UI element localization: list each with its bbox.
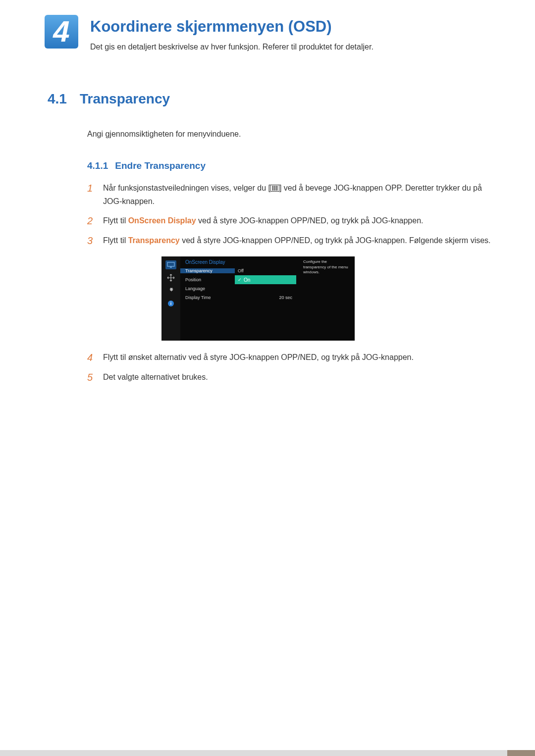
osd-row-position: Position ✓ On	[180, 275, 300, 284]
osd-help-description: Configure the transparency of the menu w…	[300, 256, 355, 341]
osd-option-on-label: On	[244, 277, 250, 283]
osd-label: Transparency	[180, 268, 235, 273]
chapter-header: 4 Koordinere skjermmenyen (OSD) Det gis …	[45, 15, 500, 51]
osd-label: Position	[180, 277, 235, 282]
section-title: Transparency	[80, 91, 170, 107]
gear-icon	[165, 286, 176, 295]
osd-label: Language	[180, 286, 235, 291]
step-text: Det valgte alternativet brukes.	[103, 370, 500, 384]
osd-row-language: Language	[180, 284, 300, 293]
step-text-part: Flytt til	[103, 216, 128, 225]
subsection-title: Endre Transparency	[115, 160, 206, 171]
step-number: 1	[87, 181, 95, 208]
step-text: Når funksjonstastveiledningen vises, vel…	[103, 181, 500, 208]
osd-value-time: 20 sec	[235, 295, 299, 300]
move-icon	[165, 273, 176, 282]
step-5: 5 Det valgte alternativet brukes.	[87, 370, 500, 384]
check-icon: ✓	[238, 277, 242, 282]
footer-chapter-label: 4 Koordinere skjermmenyen (OSD)	[368, 750, 507, 756]
section-description: Angi gjennomsiktigheten for menyvinduene…	[87, 130, 500, 139]
step-number: 2	[87, 214, 95, 228]
steps-list: 1 Når funksjonstastveiledningen vises, v…	[87, 181, 500, 248]
osd-main-panel: OnScreen Display Transparency Off Positi…	[180, 256, 300, 341]
osd-row-display-time: Display Time 20 sec	[180, 293, 300, 302]
steps-list-cont: 4 Flytt til ønsket alternativ ved å styr…	[87, 351, 500, 384]
step-text: Flytt til ønsket alternativ ved å styre …	[103, 351, 500, 364]
osd-option-on-selected: ✓ On	[235, 275, 296, 284]
chapter-title: Koordinere skjermmenyen (OSD)	[90, 18, 374, 36]
osd-screenshot: i OnScreen Display Transparency Off Posi…	[161, 256, 355, 341]
svg-rect-1	[170, 267, 172, 268]
info-icon: i	[165, 299, 176, 308]
osd-label: Display Time	[180, 295, 235, 300]
step-number: 5	[87, 370, 95, 384]
chapter-number-badge: 4	[45, 15, 78, 49]
keyword-transparency: Transparency	[128, 236, 180, 245]
step-text-part: ved å styre JOG-knappen OPP/NED, og tryk…	[180, 236, 491, 245]
monitor-icon	[165, 260, 176, 269]
page-footer: 4 Koordinere skjermmenyen (OSD) 55	[0, 750, 535, 756]
step-4: 4 Flytt til ønsket alternativ ved å styr…	[87, 351, 500, 364]
step-1: 1 Når funksjonstastveiledningen vises, v…	[87, 181, 500, 208]
svg-text:i: i	[170, 301, 172, 306]
step-text-part: ved å styre JOG-knappen OPP/NED, og tryk…	[196, 216, 424, 225]
step-2: 2 Flytt til OnScreen Display ved å styre…	[87, 214, 500, 228]
section-number: 4.1	[48, 91, 67, 107]
footer-page-number: 55	[507, 750, 535, 756]
step-text: Flytt til Transparency ved å styre JOG-k…	[103, 234, 500, 248]
subsection-heading: 4.1.1 Endre Transparency	[87, 160, 500, 171]
step-text-part: Når funksjonstastveiledningen vises, vel…	[103, 184, 270, 192]
svg-rect-0	[167, 262, 174, 266]
section-heading: 4.1 Transparency	[48, 91, 500, 107]
menu-icon	[270, 185, 279, 192]
osd-option-off: Off	[235, 268, 296, 273]
chapter-description: Det gis en detaljert beskrivelse av hver…	[90, 43, 374, 51]
step-3: 3 Flytt til Transparency ved å styre JOG…	[87, 234, 500, 248]
step-text: Flytt til OnScreen Display ved å styre J…	[103, 214, 500, 228]
keyword-onscreen-display: OnScreen Display	[128, 216, 196, 225]
osd-row-transparency: Transparency Off	[180, 266, 300, 275]
subsection-number: 4.1.1	[87, 160, 108, 171]
osd-sidebar: i	[161, 256, 180, 341]
osd-panel-title: OnScreen Display	[180, 256, 300, 266]
step-text-part: Flytt til	[103, 236, 128, 245]
step-number: 4	[87, 351, 95, 364]
step-number: 3	[87, 234, 95, 248]
